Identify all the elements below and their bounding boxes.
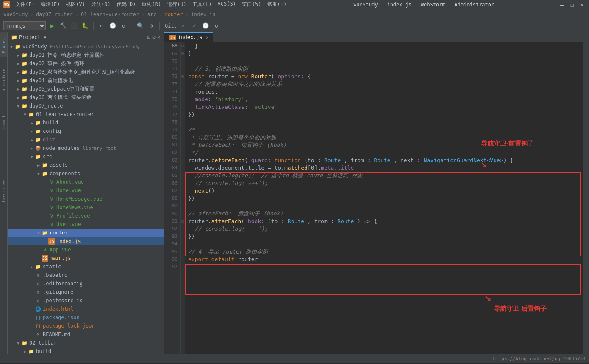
project-tree[interactable]: ▼ 📁 vueStudy F:\fff\webProject\study\vue… xyxy=(8,42,164,354)
line-num-84[interactable]: 84 xyxy=(164,164,178,172)
tree-root[interactable]: ▼ 📁 vueStudy F:\fff\webProject\study\vue… xyxy=(8,42,164,51)
window-controls[interactable]: — ☐ ✕ xyxy=(558,1,586,8)
run-config-select[interactable]: mmm.js xyxy=(3,21,46,30)
list-item[interactable]: ⚙ .babelrc xyxy=(8,271,164,279)
list-item[interactable]: {} package.json xyxy=(8,313,164,322)
line-num-81[interactable]: 81 xyxy=(164,141,178,149)
line-num-80[interactable]: 80 xyxy=(164,134,178,141)
line-num-91[interactable]: 91 xyxy=(164,218,178,225)
list-item[interactable]: V HomeMessage.vue xyxy=(8,195,164,203)
line-num-73[interactable]: 73 xyxy=(164,80,178,88)
code-content[interactable]: } ] // 3. 创建路由实例 const router = new Rout… xyxy=(185,42,583,354)
list-item[interactable]: V Home.vue xyxy=(8,186,164,195)
list-item[interactable]: ▶ 📁 static xyxy=(8,262,164,271)
menu-view[interactable]: 视图(V) xyxy=(63,1,88,8)
run-button[interactable]: ▶ xyxy=(47,21,57,30)
bc-router[interactable]: router xyxy=(164,11,183,17)
line-num-77[interactable]: 77 xyxy=(164,111,178,119)
bc-src[interactable]: src xyxy=(147,11,156,17)
build-button[interactable]: 🔨 xyxy=(58,21,68,30)
list-item[interactable]: V About.vue xyxy=(8,178,164,186)
line-num-76[interactable]: 76 xyxy=(164,103,178,111)
line-num-85[interactable]: 85 xyxy=(164,172,178,179)
list-item[interactable]: V User.vue xyxy=(8,220,164,229)
minimize-button[interactable]: — xyxy=(558,1,565,8)
list-item[interactable]: ▶ 📁 day02_事件_条件_循环 xyxy=(8,59,164,68)
tab-close-icon[interactable]: ✕ xyxy=(206,35,209,40)
line-num-86[interactable]: 86 xyxy=(164,179,178,187)
list-item[interactable]: V Profile.vue xyxy=(8,212,164,220)
project-panel-actions[interactable]: ⊞ ⚙ ✕ xyxy=(147,34,161,40)
list-item[interactable]: ▶ 📁 day05_webpack使用和配置 xyxy=(8,85,164,93)
line-num-87[interactable]: 87 xyxy=(164,187,178,195)
vtab-commit[interactable]: Commit xyxy=(0,112,7,134)
vtab-structure[interactable]: Structure xyxy=(0,65,7,95)
menu-vcs[interactable]: VCS(S) xyxy=(215,1,239,8)
line-num-72[interactable]: 72 xyxy=(164,73,178,80)
list-item[interactable]: ▼ 📁 day07_router xyxy=(8,102,164,110)
line-num-94[interactable]: 94 xyxy=(164,240,178,248)
bc-day07[interactable]: day07_router xyxy=(36,11,73,17)
list-item[interactable]: ▼ 📁 01_learn-vue-router xyxy=(8,110,164,119)
menu-edit[interactable]: 编辑(E) xyxy=(38,1,63,8)
hide-panel-icon[interactable]: ✕ xyxy=(157,34,161,40)
bc-vuestudy[interactable]: vueStudy xyxy=(3,11,28,17)
list-item[interactable]: ▼ 📁 router xyxy=(8,229,164,237)
menu-bar[interactable]: 文件(F) 编辑(E) 视图(V) 导航(N) 代码(D) 重构(R) 运行(U… xyxy=(13,1,289,8)
tab-indexjs[interactable]: JS index.js ✕ xyxy=(164,32,213,42)
list-item[interactable]: ⚙ .postcssrc.js xyxy=(8,296,164,305)
list-item[interactable]: ⚙ .gitignore xyxy=(8,288,164,296)
stop-button[interactable]: ⬛ xyxy=(69,21,79,30)
list-item[interactable]: ▶ 📁 day01_指令_动态绑定_计算属性 xyxy=(8,51,164,59)
list-item[interactable]: V App.vue xyxy=(8,245,164,254)
right-scrollbar[interactable] xyxy=(583,42,589,354)
line-num-89[interactable]: 89 xyxy=(164,202,178,210)
menu-run[interactable]: 运行(U) xyxy=(164,1,189,8)
menu-window[interactable]: 窗口(W) xyxy=(239,1,264,8)
git-check1[interactable]: ✓ xyxy=(179,21,188,30)
fold-91[interactable]: ⊟ xyxy=(181,218,185,225)
list-item[interactable]: 🌐 index.html xyxy=(8,305,164,313)
git-history[interactable]: 🕐 xyxy=(201,21,210,30)
list-item[interactable]: ▶ 📁 day03_双向绑定指令_组件化开发_组件化高级 xyxy=(8,68,164,76)
vtab-favorites[interactable]: Favorites xyxy=(0,176,7,206)
line-num-78[interactable]: 78 xyxy=(164,119,178,126)
menu-tools[interactable]: 工具(L) xyxy=(190,1,214,8)
list-item[interactable]: JS main.js xyxy=(8,254,164,262)
redo-button[interactable]: ↺ xyxy=(119,21,128,30)
list-item[interactable]: V HomeNews.vue xyxy=(8,203,164,212)
settings-button[interactable]: ⚙ xyxy=(147,21,156,30)
list-item[interactable]: ▼ 📁 components xyxy=(8,169,164,178)
menu-refactor[interactable]: 重构(R) xyxy=(139,1,164,8)
list-item[interactable]: M README.md xyxy=(8,330,164,339)
undo-button[interactable]: ↩ xyxy=(97,21,106,30)
vtab-project[interactable]: Project xyxy=(0,32,7,57)
line-num-70[interactable]: 70 xyxy=(164,58,178,65)
bc-indexjs[interactable]: index.js xyxy=(191,11,216,17)
collapse-all-icon[interactable]: ⊞ xyxy=(147,34,151,40)
git-check2[interactable]: ✓ xyxy=(190,21,199,30)
fold-69[interactable]: ⊟ xyxy=(181,50,185,58)
line-num-96[interactable]: 96 xyxy=(164,256,178,263)
maximize-button[interactable]: ☐ xyxy=(569,1,575,8)
line-num-79[interactable]: 79 xyxy=(164,126,178,134)
fold-68[interactable]: ⊟ xyxy=(181,42,185,50)
list-item[interactable]: ⚙ .editorconfig xyxy=(8,279,164,288)
list-item[interactable]: ▶ 📁 assets xyxy=(8,161,164,169)
close-button[interactable]: ✕ xyxy=(579,1,586,8)
line-num-71[interactable]: 71 xyxy=(164,65,178,73)
git-refresh[interactable]: ↺ xyxy=(212,21,221,30)
list-item[interactable]: ▶ 📦 node_modules library root xyxy=(8,144,164,152)
list-item[interactable]: JS index.js xyxy=(8,237,164,245)
bc-learn[interactable]: 01_learn-vue-router xyxy=(81,11,139,17)
line-num-68[interactable]: 68 xyxy=(164,42,178,50)
line-num-82[interactable]: 82 xyxy=(164,149,178,157)
menu-nav[interactable]: 导航(N) xyxy=(89,1,113,8)
settings-icon[interactable]: ⚙ xyxy=(152,34,156,40)
search-button[interactable]: 🔍 xyxy=(136,21,145,30)
line-num-90[interactable]: 90 xyxy=(164,210,178,218)
line-num-69[interactable]: 69 xyxy=(164,50,178,58)
list-item[interactable]: ▼ 📁 02-tabbar xyxy=(8,339,164,347)
menu-code[interactable]: 代码(D) xyxy=(114,1,139,8)
debug-button[interactable]: 🐛 xyxy=(81,21,90,30)
